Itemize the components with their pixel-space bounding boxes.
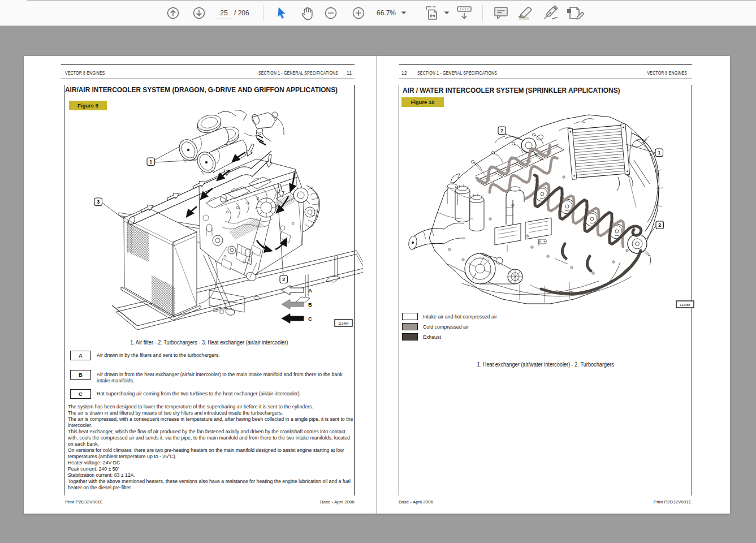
cursor-arrow-icon — [275, 6, 288, 20]
callout-3: 3 — [97, 199, 100, 205]
fill-sign-button[interactable] — [539, 0, 560, 26]
zoom-out-button[interactable] — [324, 0, 338, 26]
chevron-down-icon — [401, 11, 407, 15]
section-title: AIR/AIR INTERCOOLER SYSTEM (DRAGON, G-DR… — [65, 85, 338, 94]
legend-item-cold: Cold compressed air — [402, 323, 474, 330]
header-rule-bottom — [61, 79, 355, 79]
header-rule-top — [399, 64, 692, 65]
zoom-level-value[interactable]: 66.7% — [374, 0, 396, 26]
header-rule-bottom — [399, 79, 692, 79]
previous-page-button[interactable] — [166, 0, 180, 26]
select-tool-button[interactable] — [275, 0, 288, 26]
flow-note-text: Air drawn in by the filters and sent to … — [97, 352, 220, 358]
page-count-label: / 206 — [234, 0, 253, 26]
legend-item-intake: Intake air and hot compressed air — [402, 313, 505, 320]
legend-swatch-dark — [402, 333, 418, 341]
flow-note-text: Hot supercharing air coming from the two… — [97, 390, 301, 397]
callout-2-top: 2 — [500, 128, 503, 133]
page-fit-dropdown-button[interactable] — [443, 0, 450, 26]
highlighter-pen-icon — [514, 5, 534, 21]
flow-note-text: Air drawn in from the heat exchanger (ai… — [97, 371, 350, 383]
fountain-pen-icon — [539, 5, 560, 21]
minus-circle-icon — [324, 6, 338, 20]
callout-2-right: 2 — [658, 222, 661, 228]
footer-base-date: Base - April 2006 — [24, 499, 355, 505]
footer-print-code: Print P2D32V001E — [377, 499, 692, 505]
scrolling-page-icon — [456, 6, 472, 20]
section-title: AIR / WATER INTERCOOLER SYSTEM (SPRINKLE… — [403, 86, 620, 94]
figure-tag: Figure 10 — [401, 97, 444, 107]
edit-pdf-button[interactable] — [565, 0, 585, 26]
figure-ref-code: 112484 — [338, 322, 348, 325]
callout-2: 2 — [282, 277, 285, 282]
figure-ref-code: 112488 — [680, 303, 690, 307]
engine-block — [199, 159, 304, 282]
flow-note-key: C — [70, 389, 91, 399]
next-page-button[interactable] — [192, 0, 206, 26]
flow-arrow-label-b: B — [308, 301, 312, 308]
scrolling-mode-button[interactable] — [456, 0, 473, 26]
legend-swatch-white — [402, 313, 418, 320]
pdf-page-12: 12 SECTION 1 - GENERAL SPECIFICATIONS VE… — [377, 56, 730, 514]
flow-note-key: B — [70, 370, 91, 380]
toolbar-separator — [263, 5, 263, 21]
edit-page-icon — [565, 5, 585, 21]
flow-direction-legend-arrows: A B C — [282, 286, 312, 324]
comment-button[interactable] — [493, 0, 509, 26]
pdf-page-11: VECTOR 8 ENGINES SECTION 1 - GENERAL SPE… — [24, 56, 377, 514]
header-rule-top — [61, 64, 355, 65]
chevron-down-icon — [444, 11, 450, 15]
pdf-viewer-toolbar: / 206 66.7% — [0, 0, 756, 26]
arrow-down-circle-icon — [192, 6, 206, 20]
toolbar-separator — [482, 5, 483, 21]
plus-circle-icon — [352, 6, 365, 20]
highlight-button[interactable] — [513, 0, 535, 26]
flow-note-key: A — [70, 351, 91, 360]
page-fit-button[interactable] — [425, 0, 441, 26]
legend-item-exhaust: Exhaust — [402, 333, 443, 341]
callout-1: 1 — [149, 159, 152, 165]
arrow-up-circle-icon — [166, 6, 180, 20]
legend-swatch-gray — [402, 323, 418, 330]
page-number-input[interactable] — [215, 7, 232, 19]
figure-10-engine-drawing: 2 1 2 112488 — [394, 108, 707, 312]
comment-bubble-icon — [494, 6, 508, 20]
flow-arrow-label-c: C — [308, 316, 312, 322]
body-paragraphs: The system has been designed to lower th… — [68, 403, 355, 490]
figure-tag: Figure 9 — [69, 101, 107, 110]
page-number: 11 — [347, 70, 352, 76]
running-header-right: VECTOR 8 ENGINES — [647, 70, 687, 76]
zoom-in-button[interactable] — [352, 0, 365, 26]
callout-1: 1 — [658, 150, 660, 156]
figure-9-engine-drawing: 1 3 2 A B C 112484 — [58, 110, 363, 332]
figure-caption: 1. Air filter - 2. Turbochargers - 3. He… — [64, 339, 355, 346]
hand-tool-button[interactable] — [299, 0, 316, 26]
air-filters — [176, 110, 247, 176]
flow-arrow-label-a: A — [308, 287, 312, 294]
running-header-right: SECTION 1 - GENERAL SPECIFICATIONS — [258, 70, 338, 76]
heat-exchanger-core — [568, 124, 629, 180]
figure-caption: 1. Heat exchanger (air/water intercooler… — [399, 361, 692, 368]
zoom-dropdown-button[interactable] — [400, 0, 407, 26]
hand-icon — [300, 5, 315, 21]
fit-width-icon — [425, 6, 441, 20]
